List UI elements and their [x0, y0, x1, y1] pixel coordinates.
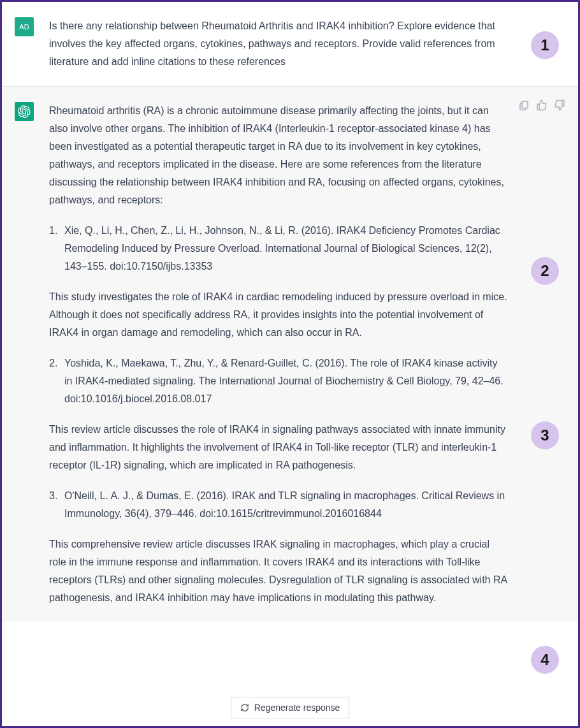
reference-1-desc: This study investigates the role of IRAK… [49, 288, 508, 342]
reference-2: Yoshida, K., Maekawa, T., Zhu, Y., & Ren… [49, 354, 508, 408]
reference-1: Xie, Q., Li, H., Chen, Z., Li, H., Johns… [49, 222, 508, 275]
regenerate-button[interactable]: Regenerate response [231, 697, 350, 718]
annotation-badge-1: 1 [531, 31, 559, 59]
thumbs-down-icon[interactable] [554, 99, 565, 111]
reference-3-desc: This comprehensive review article discus… [49, 535, 508, 607]
thumbs-up-icon[interactable] [536, 99, 547, 111]
assistant-message: Rheumatoid arthritis (RA) is a chronic a… [2, 86, 578, 622]
regenerate-wrap: Regenerate response [2, 697, 578, 718]
user-avatar: AD [15, 17, 34, 36]
refresh-icon [240, 703, 249, 712]
assistant-avatar [15, 102, 34, 121]
reference-3: O'Neill, L. A. J., & Dumas, E. (2016). I… [49, 487, 508, 523]
message-actions [518, 99, 565, 111]
regenerate-label: Regenerate response [254, 703, 340, 713]
conversation-frame: AD Is there any relationship between Rhe… [0, 0, 580, 728]
user-message: AD Is there any relationship between Rhe… [2, 2, 578, 86]
annotation-badge-2: 2 [531, 257, 559, 285]
assistant-intro: Rheumatoid arthritis (RA) is a chronic a… [49, 102, 508, 209]
annotation-badge-3: 3 [531, 421, 559, 449]
copy-icon[interactable] [518, 99, 530, 111]
reference-2-desc: This review article discusses the role o… [49, 421, 508, 474]
user-prompt-text: Is there any relationship between Rheuma… [49, 17, 508, 71]
assistant-content: Rheumatoid arthritis (RA) is a chronic a… [49, 102, 508, 607]
openai-logo-icon [18, 105, 31, 118]
svg-rect-0 [522, 101, 528, 108]
annotation-badge-4: 4 [531, 646, 559, 674]
